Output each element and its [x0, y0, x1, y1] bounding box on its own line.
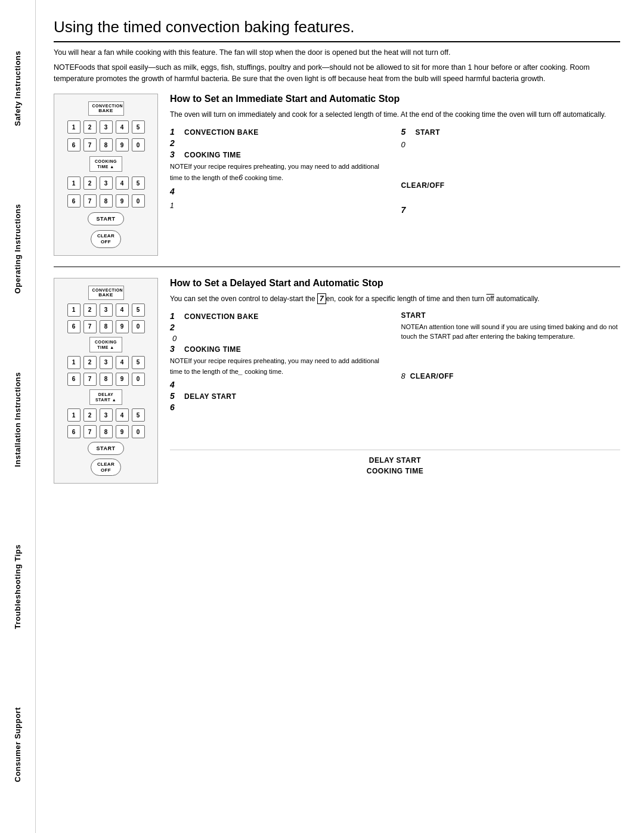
clear-off-button-2[interactable]: CLEAROFF	[91, 459, 121, 476]
sidebar-item-safety-instructions[interactable]: Safety Instructions	[13, 51, 22, 126]
key-8e[interactable]: 8	[100, 425, 113, 438]
intro-paragraph-1: You will hear a fan while cooking with t…	[54, 47, 620, 58]
clear-off-button-1[interactable]: CLEAROFF	[91, 230, 121, 247]
key-7b[interactable]: 7	[83, 194, 97, 208]
key-8c[interactable]: 8	[100, 320, 113, 333]
key-6[interactable]: 6	[67, 138, 80, 151]
section-heading-1: How to Set an Immediate Start and Automa…	[170, 94, 620, 104]
key-0d[interactable]: 0	[132, 373, 145, 386]
key-1c[interactable]: 1	[67, 304, 80, 317]
steps-grid-1: 1 CONVECTION BAKE 2 3 COOKING TIME NO	[170, 127, 620, 215]
key-2[interactable]: 2	[83, 120, 97, 134]
section-delayed-start: CONVECTION BAKE 1 2 3 4 5 6 7 8 9 0	[54, 278, 620, 484]
start-button-1[interactable]: START	[88, 212, 125, 225]
key-5c[interactable]: 5	[132, 304, 145, 317]
footer-cooking-time: COOKING TIME	[170, 467, 620, 475]
steps-grid-2: 1 CONVECTION BAKE 2 0 3 COOKING TIME	[170, 311, 620, 414]
page-title: Using the timed convection baking featur…	[54, 18, 620, 42]
keypad-panel-2: CONVECTION BAKE 1 2 3 4 5 6 7 8 9 0	[54, 278, 158, 484]
key-8d[interactable]: 8	[100, 373, 113, 386]
keypad-row-1-1: 1 2 3 4 5	[67, 120, 145, 134]
key-7d[interactable]: 7	[83, 373, 97, 386]
steps-right-col-1: 5 START 0 CLEAR/OFF 7	[401, 127, 621, 215]
key-1[interactable]: 1	[67, 120, 80, 134]
key-7e[interactable]: 7	[83, 425, 97, 438]
key-8[interactable]: 8	[100, 138, 113, 151]
key-4e[interactable]: 4	[116, 408, 129, 422]
step-3: 3 COOKING TIME	[170, 150, 389, 159]
keypad-row-2-5: 1 2 3 4 5	[67, 408, 145, 422]
note-preheating-2: NOTEIf your recipe requires preheating, …	[170, 356, 389, 377]
key-6b[interactable]: 6	[67, 194, 80, 208]
section-heading-2: How to Set a Delayed Start and Automatic…	[170, 278, 620, 289]
keypad-row-2-3: 1 2 3 4 5	[67, 356, 145, 369]
key-7[interactable]: 7	[83, 138, 97, 151]
section-intro-1: The oven will turn on immediately and co…	[170, 109, 620, 120]
key-1e[interactable]: 1	[67, 408, 80, 422]
step-2-1: 1 CONVECTION BAKE	[170, 311, 389, 321]
section-content-1: How to Set an Immediate Start and Automa…	[170, 94, 620, 255]
key-8b[interactable]: 8	[100, 194, 113, 208]
key-2c[interactable]: 2	[83, 304, 97, 317]
sidebar: Safety Instructions Operating Instructio…	[0, 0, 36, 833]
key-1b[interactable]: 1	[67, 176, 80, 190]
main-content: Using the timed convection baking featur…	[36, 0, 644, 833]
section-intro-2: You can set the oven control to delay-st…	[170, 293, 620, 304]
footer-delay-start: DELAY START	[170, 456, 620, 465]
key-7c[interactable]: 7	[83, 320, 97, 333]
convection-bake-label-1: CONVECTION BAKE	[88, 101, 124, 116]
steps-right-col-2: START NOTEAn attention tone will sound i…	[401, 311, 621, 414]
key-6e[interactable]: 6	[67, 425, 80, 438]
cooking-time-label-2: COOKING TIME ▲	[89, 337, 122, 352]
key-4d[interactable]: 4	[116, 356, 129, 369]
step-2-5: 5 DELAY START	[170, 391, 389, 401]
key-9[interactable]: 9	[116, 138, 129, 151]
step-2-3: 3 COOKING TIME	[170, 344, 389, 354]
key-4b[interactable]: 4	[116, 176, 129, 190]
key-4[interactable]: 4	[116, 120, 129, 134]
key-9c[interactable]: 9	[116, 320, 129, 333]
keypad-row-1-3: 1 2 3 4 5	[67, 176, 145, 190]
keypad-row-2-1: 1 2 3 4 5	[67, 304, 145, 317]
key-2b[interactable]: 2	[83, 176, 97, 190]
key-4c[interactable]: 4	[116, 304, 129, 317]
sidebar-item-installation-instructions[interactable]: Installation Instructions	[13, 372, 22, 467]
keypad-row-1-2: 6 7 8 9 0	[67, 138, 145, 151]
key-3c[interactable]: 3	[100, 304, 113, 317]
keypad-row-2-2: 6 7 8 9 0	[67, 320, 145, 333]
key-3d[interactable]: 3	[100, 356, 113, 369]
sidebar-item-consumer-support[interactable]: Consumer Support	[13, 707, 22, 782]
key-9d[interactable]: 9	[116, 373, 129, 386]
key-3[interactable]: 3	[100, 120, 113, 134]
sidebar-item-operating-instructions[interactable]: Operating Instructions	[13, 204, 22, 293]
footer-steps-2: DELAY START COOKING TIME	[170, 450, 620, 475]
key-3b[interactable]: 3	[100, 176, 113, 190]
key-6d[interactable]: 6	[67, 373, 80, 386]
convection-bake-label-2: CONVECTION BAKE	[88, 286, 124, 300]
steps-left-col-2: 1 CONVECTION BAKE 2 0 3 COOKING TIME	[170, 311, 389, 414]
key-3e[interactable]: 3	[100, 408, 113, 422]
key-5d[interactable]: 5	[132, 356, 145, 369]
start-button-2[interactable]: START	[88, 442, 125, 455]
key-0e[interactable]: 0	[132, 425, 145, 438]
key-9b[interactable]: 9	[116, 194, 129, 208]
keypad-row-2-6: 6 7 8 9 0	[67, 425, 145, 438]
key-2e[interactable]: 2	[83, 408, 97, 422]
key-0b[interactable]: 0	[132, 194, 145, 208]
key-6c[interactable]: 6	[67, 320, 80, 333]
key-0c[interactable]: 0	[132, 320, 145, 333]
key-5[interactable]: 5	[132, 120, 145, 134]
section-immediate-start: CONVECTION BAKE 1 2 3 4 5 6 7 8 9 0	[54, 94, 620, 255]
key-5e[interactable]: 5	[132, 408, 145, 422]
section-content-2: How to Set a Delayed Start and Automatic…	[170, 278, 620, 484]
steps-left-col-1: 1 CONVECTION BAKE 2 3 COOKING TIME NO	[170, 127, 389, 215]
key-1d[interactable]: 1	[67, 356, 80, 369]
key-5b[interactable]: 5	[132, 176, 145, 190]
delay-start-label-2: DELAY START ▲	[89, 389, 122, 405]
note-attention: NOTEAn attention tone will sound if you …	[401, 322, 621, 342]
key-2d[interactable]: 2	[83, 356, 97, 369]
section-divider	[54, 267, 620, 267]
key-9e[interactable]: 9	[116, 425, 129, 438]
sidebar-item-troubleshooting-tips[interactable]: Troubleshooting Tips	[13, 544, 22, 629]
key-0[interactable]: 0	[132, 138, 145, 151]
